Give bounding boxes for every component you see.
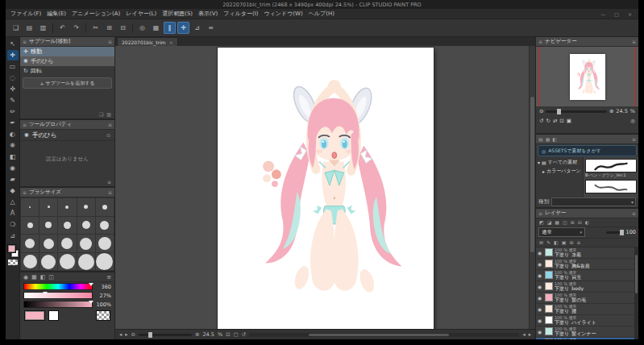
rotate-cw-icon[interactable]: ↻ — [546, 118, 550, 124]
pencil-tool-icon[interactable]: ✏ — [7, 106, 19, 117]
lasso-tool-icon[interactable]: ◌ — [7, 73, 19, 83]
navigator-zoom-slider[interactable] — [546, 110, 606, 113]
operation-tool-icon[interactable]: ↖ — [7, 39, 19, 49]
scroll-right-icon[interactable]: ▸ — [529, 331, 531, 338]
fill-tool-icon[interactable]: ▰ — [7, 174, 19, 185]
brush-size-cell[interactable] — [58, 235, 76, 252]
canvas-area[interactable] — [115, 46, 535, 329]
color-set-tab-icon[interactable]: ◧ — [40, 274, 46, 281]
color-slider-tab-icon[interactable]: ▦ — [31, 274, 37, 281]
assets-search-button[interactable]: ◎ ASSETSで素材をさがす — [538, 145, 637, 156]
rotate-ccw-icon[interactable]: ↺ — [539, 118, 543, 124]
brush-size-cell[interactable] — [77, 198, 95, 216]
layer-row[interactable]: ◉ 100 % 通常下塗り_胸&首肩 — [536, 259, 638, 270]
brush-size-cell[interactable] — [39, 217, 57, 235]
zoom-in-icon[interactable]: ⊕ — [609, 108, 613, 114]
brush-size-cell[interactable] — [96, 235, 114, 252]
transparent-swatch[interactable] — [96, 310, 110, 321]
tree-item-all-materials[interactable]: ▾ ▤ すべての素材 — [536, 158, 583, 167]
menu-help[interactable]: ヘルプ(H) — [309, 10, 334, 18]
layer-lock-icon[interactable]: ⊠ — [539, 239, 543, 245]
grid-icon[interactable]: ▦ — [150, 22, 162, 34]
brush-size-cell[interactable] — [58, 198, 76, 216]
menu-selection[interactable]: 選択範囲(S) — [162, 10, 193, 18]
saturation-slider[interactable] — [23, 292, 93, 299]
panel-menu-icon[interactable]: ≡ — [632, 210, 636, 216]
snap-special-icon[interactable]: ✛ — [177, 22, 189, 34]
navigator-preview[interactable] — [536, 47, 638, 106]
subtool-item-rotate[interactable]: ↻ 回転 — [20, 66, 114, 76]
brush-size-cell[interactable] — [96, 217, 114, 235]
layer-fx-icon[interactable]: ◫ — [563, 219, 567, 225]
brush-size-cell[interactable] — [39, 253, 57, 271]
brush-size-cell[interactable] — [96, 198, 114, 216]
scroll-left-icon[interactable]: ◂ — [522, 331, 525, 338]
menu-file[interactable]: ファイル(F) — [10, 10, 41, 18]
main-color-swatch[interactable] — [7, 244, 16, 253]
new-file-icon[interactable]: ❏ — [10, 22, 22, 34]
visibility-eye-icon[interactable]: ◉ — [538, 306, 543, 312]
menu-edit[interactable]: 編集(E) — [47, 10, 66, 18]
current-color-swatch[interactable] — [24, 310, 45, 321]
fit-screen-icon[interactable]: ⊡ — [226, 331, 230, 338]
panel-menu-icon[interactable]: ≡ — [632, 136, 636, 142]
airbrush-tool-icon[interactable]: ◐ — [7, 129, 19, 139]
subtool-group-row[interactable]: ✛ 移動 — [20, 47, 114, 56]
minimize-button[interactable]: — — [599, 11, 607, 17]
eraser-tool-icon[interactable]: ◧ — [7, 152, 19, 162]
transparent-color-swatch[interactable] — [8, 260, 18, 265]
panel-menu-icon[interactable]: ≡ — [106, 274, 111, 281]
ruler-icon[interactable]: ⊿ — [191, 22, 203, 34]
brush-tool-icon[interactable]: ✒ — [7, 118, 19, 128]
figure-tool-icon[interactable]: △ — [7, 197, 19, 207]
brush-size-cell[interactable] — [39, 235, 57, 252]
panel-menu-icon[interactable]: ≡ — [108, 122, 112, 127]
visibility-eye-icon[interactable]: ◉ — [538, 318, 543, 323]
brush-size-cell[interactable] — [58, 253, 76, 271]
layer-lock-icon[interactable]: ▣ — [562, 239, 567, 245]
canvas-horizontal-scrollbar[interactable] — [249, 333, 519, 337]
brush-size-cell[interactable] — [39, 198, 57, 216]
menu-layer[interactable]: レイヤー(L) — [126, 10, 156, 18]
detail-settings-icon[interactable]: ≡ — [107, 179, 111, 185]
secondary-color-swatch[interactable] — [48, 310, 59, 321]
navigator-header[interactable]: ≡ ナビゲーター ≡ — [536, 37, 638, 47]
layer-fx-icon[interactable]: ◪ — [547, 219, 552, 225]
gradient-tool-icon[interactable]: ◆ — [7, 185, 19, 196]
material-item[interactable] — [585, 180, 637, 193]
brush-size-cell[interactable] — [21, 217, 39, 235]
snap-ruler-icon[interactable]: ∥ — [164, 22, 176, 34]
color-mixer-tab-icon[interactable]: ◫ — [48, 274, 54, 281]
material-type-select[interactable]: ▾ — [551, 197, 636, 206]
menu-view[interactable]: 表示(V) — [198, 10, 218, 18]
layer-row[interactable]: ◉ 100 % 通常下塗り_髪インナー — [536, 326, 638, 338]
color-wheel-tab-icon[interactable]: ◉ — [23, 274, 28, 281]
cut-icon[interactable]: ✂ — [89, 22, 102, 34]
layers-header[interactable]: ≡ レイヤー ≡ — [536, 209, 638, 218]
new-subtool-icon[interactable]: ❏ — [99, 111, 103, 117]
text-tool-icon[interactable]: A — [7, 208, 19, 218]
delete-subtool-icon[interactable]: ▥ — [106, 111, 111, 117]
visibility-eye-icon[interactable]: ◉ — [538, 295, 543, 301]
layer-fx-icon[interactable]: ⊞ — [571, 219, 575, 225]
layer-row-selected[interactable]: ◉ 100 % 通常下塗り_肌 — [536, 338, 638, 339]
add-subtool-button[interactable]: + サブツールを追加する — [23, 77, 112, 89]
layer-fx-icon[interactable]: ◐ — [585, 219, 589, 225]
zoom-out-icon[interactable]: ⊖ — [131, 331, 135, 338]
layer-lock-icon[interactable]: ⊞ — [569, 239, 573, 245]
copy-icon[interactable]: ⊞ — [103, 22, 115, 34]
tool-property-header[interactable]: ≡ ツールプロパティ ≡ — [20, 120, 114, 130]
lock-icon[interactable]: ⊙ — [106, 132, 110, 138]
menu-window[interactable]: ウィンドウ(W) — [264, 10, 303, 18]
canvas-vertical-scrollbar[interactable] — [529, 46, 535, 329]
close-button[interactable]: × — [626, 11, 634, 17]
subtool-panel-header[interactable]: ≡ サブツール[移動] ≡ — [20, 37, 114, 47]
canvas-document[interactable] — [218, 48, 434, 329]
tree-item-color-pattern[interactable]: ▸ カラーパターン — [536, 167, 583, 176]
zoom-in-icon[interactable]: ⊕ — [195, 331, 199, 338]
brush-size-cell[interactable] — [77, 253, 95, 271]
visibility-eye-icon[interactable]: ◉ — [538, 250, 543, 256]
layer-fx-icon[interactable]: ⊟ — [578, 219, 582, 225]
document-tab[interactable]: 20220701blc_trim × — [117, 37, 178, 46]
panel-menu-icon[interactable]: ≡ — [108, 39, 112, 44]
